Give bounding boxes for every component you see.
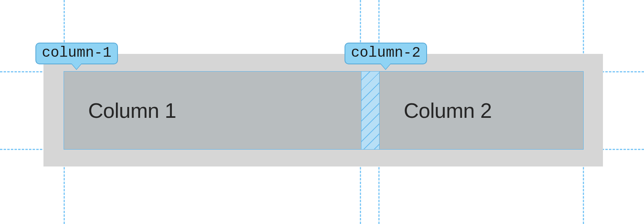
grid-area-tag-column-2: column-2 bbox=[345, 43, 427, 64]
grid-cell-column-2: Column 2 bbox=[379, 71, 584, 150]
grid-inspector-diagram: Column 1 Column 2 column-1 column-2 bbox=[0, 0, 644, 224]
cell-label: Column 1 bbox=[64, 99, 176, 123]
grid-gap bbox=[361, 71, 379, 150]
grid-cell-column-1: Column 1 bbox=[64, 71, 361, 150]
grid-area-tag-column-1: column-1 bbox=[35, 43, 118, 64]
cell-label: Column 2 bbox=[380, 99, 492, 123]
